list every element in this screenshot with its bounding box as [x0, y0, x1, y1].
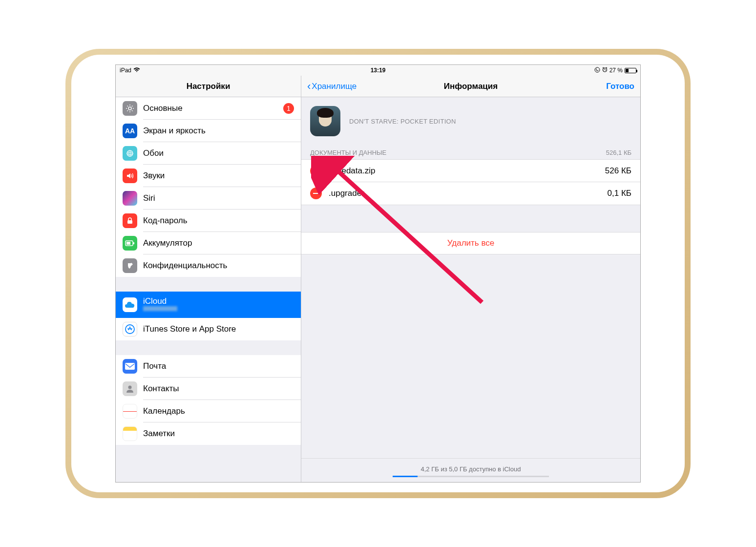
battery-icon — [625, 68, 636, 73]
sidebar-item-label: Обои — [143, 148, 294, 158]
sidebar-item-label: Почта — [143, 361, 294, 371]
battery-percent: 27 % — [609, 67, 623, 74]
sidebar-item-icloud[interactable]: iCloud — [116, 292, 301, 318]
app-icon — [310, 106, 340, 136]
battery-icon — [123, 236, 137, 251]
svg-point-0 — [595, 67, 600, 72]
icloud-icon — [123, 297, 137, 312]
alarm-icon — [602, 67, 608, 74]
done-button[interactable]: Готово — [606, 82, 634, 91]
document-size: 526 КБ — [605, 166, 631, 176]
delete-icon[interactable] — [310, 188, 322, 199]
sidebar-item-store[interactable]: iTunes Store и App Store — [116, 318, 301, 340]
svg-point-4 — [127, 152, 133, 154]
delete-icon[interactable] — [310, 165, 322, 177]
wallpaper-icon — [123, 146, 137, 161]
document-row[interactable]: savedata.zip526 КБ — [301, 160, 640, 182]
sidebar-item-label: Экран и яркость — [143, 126, 294, 136]
sidebar-item-sounds[interactable]: Звуки — [116, 165, 301, 187]
chevron-left-icon: ‹ — [307, 81, 311, 92]
sidebar-title: Настройки — [116, 76, 301, 97]
sidebar-item-display[interactable]: AAЭкран и яркость — [116, 120, 301, 142]
documents-list: savedata.zip526 КБ.upgrader0,1 КБ — [301, 159, 640, 205]
svg-rect-6 — [127, 220, 132, 224]
privacy-icon — [123, 258, 137, 273]
document-name: savedata.zip — [329, 166, 375, 176]
passcode-icon — [123, 213, 137, 228]
storage-footer: 4,2 ГБ из 5,0 ГБ доступно в iCloud — [301, 458, 640, 482]
sidebar-item-label: Контакты — [143, 384, 294, 394]
svg-point-5 — [129, 150, 131, 156]
sidebar-item-siri[interactable]: Siri — [116, 187, 301, 210]
svg-rect-8 — [133, 242, 134, 244]
sidebar-item-label: Siri — [143, 193, 294, 203]
sidebar-item-label: Заметки — [143, 429, 294, 439]
sidebar-item-label: Основные — [143, 104, 283, 113]
detail-header: ‹ Хранилище Информация Готово — [301, 76, 640, 97]
sidebar-item-label: iTunes Store и App Store — [143, 324, 294, 334]
sidebar-item-label: Календарь — [143, 406, 294, 416]
sidebar-item-label: Конфиденциальность — [143, 261, 294, 271]
siri-icon — [123, 191, 137, 206]
section-label: ДОКУМЕНТЫ И ДАННЫЕ — [310, 149, 386, 156]
ipad-frame: iPad 13:19 27 % — [65, 49, 691, 498]
general-icon — [123, 101, 137, 116]
mail-icon — [123, 359, 137, 374]
back-label: Хранилище — [312, 82, 357, 91]
sidebar-item-calendar[interactable]: Календарь — [116, 400, 301, 422]
section-total-size: 526,1 КБ — [606, 149, 631, 156]
sidebar-item-passcode[interactable]: Код-пароль — [116, 210, 301, 232]
sidebar-item-label: Код-пароль — [143, 216, 294, 226]
back-button[interactable]: ‹ Хранилище — [307, 81, 357, 92]
sidebar-item-mail[interactable]: Почта — [116, 355, 301, 378]
store-icon — [123, 322, 137, 337]
sidebar-item-label: Звуки — [143, 171, 294, 181]
document-name: .upgrader — [329, 189, 364, 198]
display-icon: AA — [123, 124, 137, 138]
device-label: iPad — [120, 67, 131, 74]
sounds-icon — [123, 168, 137, 183]
calendar-icon — [123, 404, 137, 419]
sidebar-item-general[interactable]: Основные1 — [116, 97, 301, 120]
documents-section-header: ДОКУМЕНТЫ И ДАННЫЕ 526,1 КБ — [301, 145, 640, 159]
svg-point-2 — [128, 107, 131, 110]
storage-text: 4,2 ГБ из 5,0 ГБ доступно в iCloud — [301, 465, 640, 473]
status-bar: iPad 13:19 27 % — [116, 65, 640, 76]
storage-bar — [393, 476, 549, 477]
sidebar-item-label: Аккумулятор — [143, 238, 294, 248]
document-row[interactable]: .upgrader0,1 КБ — [301, 182, 640, 205]
status-time: 13:19 — [371, 67, 386, 74]
detail-title: Информация — [444, 82, 498, 91]
sidebar-item-battery[interactable]: Аккумулятор — [116, 232, 301, 254]
sidebar-item-sublabel — [143, 306, 177, 313]
notes-icon — [123, 426, 137, 441]
sidebar-item-notes[interactable]: Заметки — [116, 422, 301, 445]
sidebar-item-privacy[interactable]: Конфиденциальность — [116, 254, 301, 277]
delete-all-button[interactable]: Удалить все — [301, 232, 640, 254]
document-size: 0,1 КБ — [608, 189, 631, 198]
svg-rect-9 — [126, 242, 130, 245]
settings-sidebar: Настройки Основные1AAЭкран и яркостьОбои… — [116, 76, 301, 482]
svg-rect-11 — [125, 363, 135, 370]
svg-point-12 — [128, 386, 132, 389]
svg-point-3 — [127, 150, 133, 156]
sidebar-item-label: iCloud — [143, 297, 177, 306]
sidebar-item-contacts[interactable]: Контакты — [116, 378, 301, 400]
notification-badge: 1 — [283, 103, 294, 114]
detail-panel: ‹ Хранилище Информация Готово DON'T STAR… — [301, 76, 640, 482]
contacts-icon — [123, 381, 137, 396]
app-info-row: DON'T STARVE: POCKET EDITION — [301, 97, 640, 145]
sidebar-item-wallpaper[interactable]: Обои — [116, 142, 301, 165]
rotation-lock-icon — [594, 67, 600, 74]
wifi-icon — [133, 67, 140, 73]
app-name: DON'T STARVE: POCKET EDITION — [349, 118, 456, 125]
